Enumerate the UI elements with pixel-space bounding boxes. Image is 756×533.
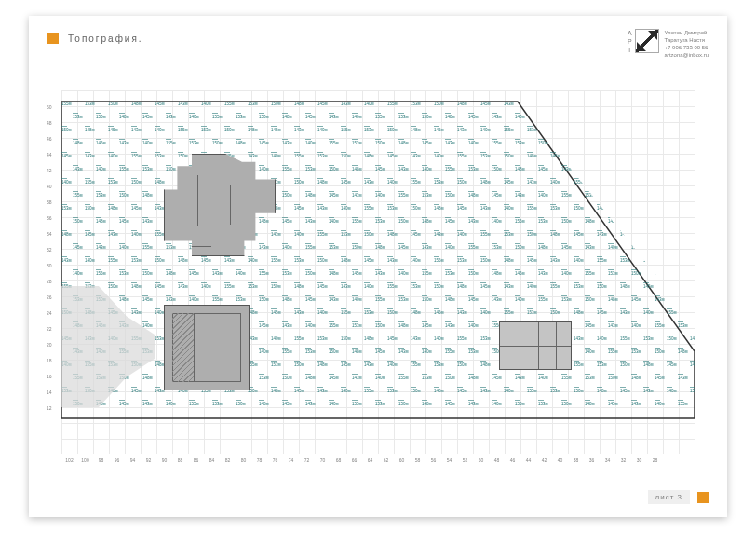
scale-tick: 96 xyxy=(109,458,125,463)
elevation-row: 140м155м153м150м148м145м143м140м155м153м… xyxy=(73,271,695,276)
scale-tick: 86 xyxy=(188,458,204,463)
scale-tick: 36 xyxy=(47,211,52,226)
title-block: A P T Улитин Дмитрий Таратута Настя +7 9… xyxy=(628,29,709,59)
scale-tick: 44 xyxy=(520,458,536,463)
sheet-header: Топография. xyxy=(47,33,143,44)
elevation-row: 153м150м148м145м143м140м155м153м150м148м… xyxy=(61,389,695,393)
scale-tick: 80 xyxy=(236,458,251,463)
scale-tick: 26 xyxy=(47,290,52,306)
scale-tick: 92 xyxy=(141,458,156,463)
scale-tick: 40 xyxy=(552,458,568,463)
scale-tick: 94 xyxy=(125,458,141,463)
scale-tick: 28 xyxy=(647,458,663,463)
scale-tick: 40 xyxy=(47,179,52,195)
scale-tick: 16 xyxy=(47,369,52,385)
scale-tick: 30 xyxy=(631,458,647,463)
elevation-row: 145м143м140м155м153м150м148м145м143м140м… xyxy=(61,336,695,341)
scale-tick: 28 xyxy=(47,274,52,290)
scale-tick: 52 xyxy=(457,458,473,463)
contact-line: Улитин Дмитрий xyxy=(665,29,709,36)
scale-tick: 44 xyxy=(47,147,52,163)
scale-tick: 18 xyxy=(47,353,52,369)
building-square-annex xyxy=(164,305,250,390)
elevation-row: 153м150м148м145м143м140м155м153м150м148м… xyxy=(73,297,695,302)
elevation-row: 140м155м153м150м148м145м143м140м155м153м… xyxy=(61,362,695,367)
sheet-footer: лист 3 xyxy=(648,490,709,504)
scale-tick: 24 xyxy=(47,306,52,321)
scale-tick: 84 xyxy=(204,458,220,463)
scale-tick: 42 xyxy=(47,163,52,179)
elevation-row: 143м140м155м153м150м148м145м143м140м155м… xyxy=(61,258,695,263)
scale-tick: 60 xyxy=(394,458,410,463)
scale-tick: 46 xyxy=(505,458,520,463)
scale-tick: 62 xyxy=(378,458,394,463)
logo-letter: A xyxy=(628,29,632,37)
footer-accent-square xyxy=(697,492,709,503)
contact-line: +7 906 733 00 56 xyxy=(665,44,709,51)
elevation-row: 150м148м145м143м140м155м153м150м148м145м… xyxy=(73,402,695,406)
scale-tick: 14 xyxy=(47,385,52,401)
scale-tick: 56 xyxy=(425,458,441,463)
scale-tick: 34 xyxy=(47,226,52,242)
scale-tick: 32 xyxy=(615,458,631,463)
scale-tick: 50 xyxy=(473,458,489,463)
scale-tick: 32 xyxy=(47,242,52,258)
scale-tick: 48 xyxy=(47,116,52,131)
scale-tick: 72 xyxy=(299,458,315,463)
scale-tick: 102 xyxy=(61,458,77,463)
sheet-number: лист 3 xyxy=(648,490,690,504)
scale-tick: 42 xyxy=(536,458,552,463)
logo-monogram-letters: A P T xyxy=(628,29,632,54)
scale-tick: 22 xyxy=(47,321,52,337)
scale-tick: 58 xyxy=(410,458,425,463)
header-accent-square xyxy=(47,33,59,44)
scale-tick: 30 xyxy=(47,258,52,274)
contact-line: Таратута Настя xyxy=(665,36,709,44)
sheet-title: Топография. xyxy=(68,34,143,44)
scale-tick: 34 xyxy=(600,458,615,463)
scale-tick: 88 xyxy=(172,458,188,463)
building-small-shed xyxy=(499,321,572,370)
contact-info: Улитин Дмитрий Таратута Настя +7 906 733… xyxy=(665,29,709,59)
scale-tick: 82 xyxy=(220,458,236,463)
scale-tick: 76 xyxy=(267,458,283,463)
scale-tick: 38 xyxy=(47,195,52,211)
scale-tick: 20 xyxy=(47,337,52,353)
scale-tick: 70 xyxy=(315,458,331,463)
scale-tick: 48 xyxy=(489,458,505,463)
scale-tick: 38 xyxy=(568,458,584,463)
elevation-row: 145м143м140м155м153м150м148м145м143м140м… xyxy=(73,245,695,250)
scale-tick: 50 xyxy=(47,100,52,116)
scale-tick: 46 xyxy=(47,131,52,147)
horizontal-scale: 1021009896949290888684828078767472706866… xyxy=(61,458,663,463)
scale-tick: 66 xyxy=(346,458,362,463)
scale-tick: 12 xyxy=(47,401,52,417)
scale-tick: 36 xyxy=(584,458,600,463)
scale-tick: 74 xyxy=(283,458,299,463)
elevation-row: 150м148м145м143м140м155м153м150м148м145м… xyxy=(61,310,695,315)
topography-plan: 5048464442403836343230282624222018161412… xyxy=(61,90,695,454)
elevation-row: 155м153м150м148м145м143м140м155м153м150м… xyxy=(61,284,695,289)
scale-tick: 68 xyxy=(331,458,346,463)
contact-line: artzona@inbox.ru xyxy=(665,51,709,59)
scale-tick: 78 xyxy=(251,458,267,463)
scale-tick: 90 xyxy=(156,458,172,463)
scale-tick: 100 xyxy=(77,458,93,463)
logo-mark xyxy=(635,29,659,53)
drawing-sheet: Топография. A P T Улитин Дмитрий Таратут… xyxy=(29,16,727,517)
vertical-scale: 5048464442403836343230282624222018161412 xyxy=(47,100,52,417)
scale-tick: 98 xyxy=(93,458,109,463)
scale-tick: 54 xyxy=(441,458,457,463)
elevation-row: 153м150м148м145м143м140м155м153м150м148м… xyxy=(61,206,695,211)
scale-tick: 64 xyxy=(362,458,378,463)
elevation-row: 148м145м143м140м155м153м150м148м145м143м… xyxy=(61,232,695,237)
logo-letter: P xyxy=(628,37,632,46)
logo-letter: T xyxy=(628,46,632,54)
